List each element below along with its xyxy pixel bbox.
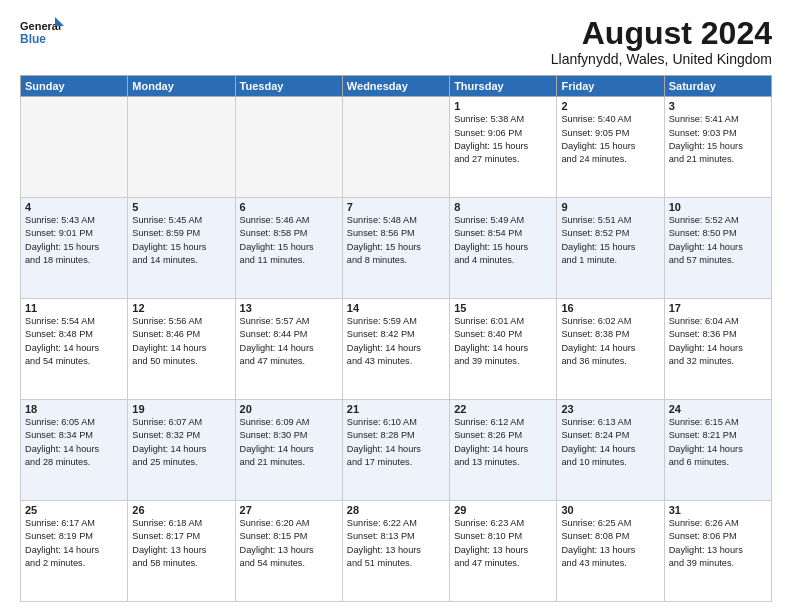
- table-row: 7Sunrise: 5:48 AM Sunset: 8:56 PM Daylig…: [342, 198, 449, 299]
- day-info: Sunrise: 6:23 AM Sunset: 8:10 PM Dayligh…: [454, 517, 552, 570]
- day-info: Sunrise: 6:04 AM Sunset: 8:36 PM Dayligh…: [669, 315, 767, 368]
- header: General Blue August 2024 Llanfynydd, Wal…: [20, 16, 772, 67]
- day-number: 12: [132, 302, 230, 314]
- table-row: 25Sunrise: 6:17 AM Sunset: 8:19 PM Dayli…: [21, 501, 128, 602]
- day-info: Sunrise: 5:54 AM Sunset: 8:48 PM Dayligh…: [25, 315, 123, 368]
- table-row: 1Sunrise: 5:38 AM Sunset: 9:06 PM Daylig…: [450, 97, 557, 198]
- day-info: Sunrise: 5:40 AM Sunset: 9:05 PM Dayligh…: [561, 113, 659, 166]
- day-number: 3: [669, 100, 767, 112]
- day-info: Sunrise: 5:51 AM Sunset: 8:52 PM Dayligh…: [561, 214, 659, 267]
- calendar-table: Sunday Monday Tuesday Wednesday Thursday…: [20, 75, 772, 602]
- day-info: Sunrise: 5:45 AM Sunset: 8:59 PM Dayligh…: [132, 214, 230, 267]
- day-number: 25: [25, 504, 123, 516]
- logo-svg: General Blue: [20, 16, 64, 48]
- day-info: Sunrise: 6:12 AM Sunset: 8:26 PM Dayligh…: [454, 416, 552, 469]
- table-row: 3Sunrise: 5:41 AM Sunset: 9:03 PM Daylig…: [664, 97, 771, 198]
- logo: General Blue: [20, 16, 64, 48]
- table-row: 20Sunrise: 6:09 AM Sunset: 8:30 PM Dayli…: [235, 400, 342, 501]
- day-number: 6: [240, 201, 338, 213]
- calendar-week-row: 18Sunrise: 6:05 AM Sunset: 8:34 PM Dayli…: [21, 400, 772, 501]
- table-row: 10Sunrise: 5:52 AM Sunset: 8:50 PM Dayli…: [664, 198, 771, 299]
- day-info: Sunrise: 5:59 AM Sunset: 8:42 PM Dayligh…: [347, 315, 445, 368]
- day-number: 22: [454, 403, 552, 415]
- day-info: Sunrise: 5:46 AM Sunset: 8:58 PM Dayligh…: [240, 214, 338, 267]
- day-info: Sunrise: 6:02 AM Sunset: 8:38 PM Dayligh…: [561, 315, 659, 368]
- day-number: 9: [561, 201, 659, 213]
- table-row: 26Sunrise: 6:18 AM Sunset: 8:17 PM Dayli…: [128, 501, 235, 602]
- day-info: Sunrise: 6:05 AM Sunset: 8:34 PM Dayligh…: [25, 416, 123, 469]
- title-block: August 2024 Llanfynydd, Wales, United Ki…: [551, 16, 772, 67]
- col-sunday: Sunday: [21, 76, 128, 97]
- day-info: Sunrise: 6:22 AM Sunset: 8:13 PM Dayligh…: [347, 517, 445, 570]
- day-info: Sunrise: 6:26 AM Sunset: 8:06 PM Dayligh…: [669, 517, 767, 570]
- calendar-week-row: 25Sunrise: 6:17 AM Sunset: 8:19 PM Dayli…: [21, 501, 772, 602]
- page: General Blue August 2024 Llanfynydd, Wal…: [0, 0, 792, 612]
- day-info: Sunrise: 6:13 AM Sunset: 8:24 PM Dayligh…: [561, 416, 659, 469]
- table-row: 16Sunrise: 6:02 AM Sunset: 8:38 PM Dayli…: [557, 299, 664, 400]
- table-row: [21, 97, 128, 198]
- table-row: 23Sunrise: 6:13 AM Sunset: 8:24 PM Dayli…: [557, 400, 664, 501]
- day-info: Sunrise: 6:20 AM Sunset: 8:15 PM Dayligh…: [240, 517, 338, 570]
- day-info: Sunrise: 6:07 AM Sunset: 8:32 PM Dayligh…: [132, 416, 230, 469]
- col-monday: Monday: [128, 76, 235, 97]
- table-row: 21Sunrise: 6:10 AM Sunset: 8:28 PM Dayli…: [342, 400, 449, 501]
- day-info: Sunrise: 5:48 AM Sunset: 8:56 PM Dayligh…: [347, 214, 445, 267]
- svg-marker-2: [55, 17, 64, 26]
- day-number: 26: [132, 504, 230, 516]
- day-number: 21: [347, 403, 445, 415]
- day-number: 1: [454, 100, 552, 112]
- day-number: 7: [347, 201, 445, 213]
- day-info: Sunrise: 5:49 AM Sunset: 8:54 PM Dayligh…: [454, 214, 552, 267]
- day-info: Sunrise: 5:38 AM Sunset: 9:06 PM Dayligh…: [454, 113, 552, 166]
- table-row: 19Sunrise: 6:07 AM Sunset: 8:32 PM Dayli…: [128, 400, 235, 501]
- day-number: 27: [240, 504, 338, 516]
- table-row: 6Sunrise: 5:46 AM Sunset: 8:58 PM Daylig…: [235, 198, 342, 299]
- table-row: [342, 97, 449, 198]
- svg-text:General: General: [20, 20, 61, 32]
- table-row: 15Sunrise: 6:01 AM Sunset: 8:40 PM Dayli…: [450, 299, 557, 400]
- day-info: Sunrise: 6:01 AM Sunset: 8:40 PM Dayligh…: [454, 315, 552, 368]
- table-row: 24Sunrise: 6:15 AM Sunset: 8:21 PM Dayli…: [664, 400, 771, 501]
- day-info: Sunrise: 5:43 AM Sunset: 9:01 PM Dayligh…: [25, 214, 123, 267]
- day-number: 30: [561, 504, 659, 516]
- day-number: 20: [240, 403, 338, 415]
- day-info: Sunrise: 6:10 AM Sunset: 8:28 PM Dayligh…: [347, 416, 445, 469]
- table-row: 31Sunrise: 6:26 AM Sunset: 8:06 PM Dayli…: [664, 501, 771, 602]
- table-row: 12Sunrise: 5:56 AM Sunset: 8:46 PM Dayli…: [128, 299, 235, 400]
- table-row: 2Sunrise: 5:40 AM Sunset: 9:05 PM Daylig…: [557, 97, 664, 198]
- day-number: 29: [454, 504, 552, 516]
- day-number: 24: [669, 403, 767, 415]
- day-number: 19: [132, 403, 230, 415]
- calendar-subtitle: Llanfynydd, Wales, United Kingdom: [551, 51, 772, 67]
- day-info: Sunrise: 5:56 AM Sunset: 8:46 PM Dayligh…: [132, 315, 230, 368]
- col-saturday: Saturday: [664, 76, 771, 97]
- day-info: Sunrise: 6:15 AM Sunset: 8:21 PM Dayligh…: [669, 416, 767, 469]
- table-row: 4Sunrise: 5:43 AM Sunset: 9:01 PM Daylig…: [21, 198, 128, 299]
- table-row: 28Sunrise: 6:22 AM Sunset: 8:13 PM Dayli…: [342, 501, 449, 602]
- day-number: 17: [669, 302, 767, 314]
- day-info: Sunrise: 6:09 AM Sunset: 8:30 PM Dayligh…: [240, 416, 338, 469]
- table-row: 29Sunrise: 6:23 AM Sunset: 8:10 PM Dayli…: [450, 501, 557, 602]
- table-row: 13Sunrise: 5:57 AM Sunset: 8:44 PM Dayli…: [235, 299, 342, 400]
- table-row: 14Sunrise: 5:59 AM Sunset: 8:42 PM Dayli…: [342, 299, 449, 400]
- day-number: 5: [132, 201, 230, 213]
- col-friday: Friday: [557, 76, 664, 97]
- day-number: 10: [669, 201, 767, 213]
- table-row: 17Sunrise: 6:04 AM Sunset: 8:36 PM Dayli…: [664, 299, 771, 400]
- day-info: Sunrise: 6:25 AM Sunset: 8:08 PM Dayligh…: [561, 517, 659, 570]
- day-number: 2: [561, 100, 659, 112]
- table-row: 5Sunrise: 5:45 AM Sunset: 8:59 PM Daylig…: [128, 198, 235, 299]
- day-info: Sunrise: 5:52 AM Sunset: 8:50 PM Dayligh…: [669, 214, 767, 267]
- day-number: 8: [454, 201, 552, 213]
- col-thursday: Thursday: [450, 76, 557, 97]
- table-row: 18Sunrise: 6:05 AM Sunset: 8:34 PM Dayli…: [21, 400, 128, 501]
- col-tuesday: Tuesday: [235, 76, 342, 97]
- day-number: 4: [25, 201, 123, 213]
- table-row: 22Sunrise: 6:12 AM Sunset: 8:26 PM Dayli…: [450, 400, 557, 501]
- day-number: 23: [561, 403, 659, 415]
- day-number: 28: [347, 504, 445, 516]
- calendar-header-row: Sunday Monday Tuesday Wednesday Thursday…: [21, 76, 772, 97]
- table-row: [128, 97, 235, 198]
- day-number: 15: [454, 302, 552, 314]
- col-wednesday: Wednesday: [342, 76, 449, 97]
